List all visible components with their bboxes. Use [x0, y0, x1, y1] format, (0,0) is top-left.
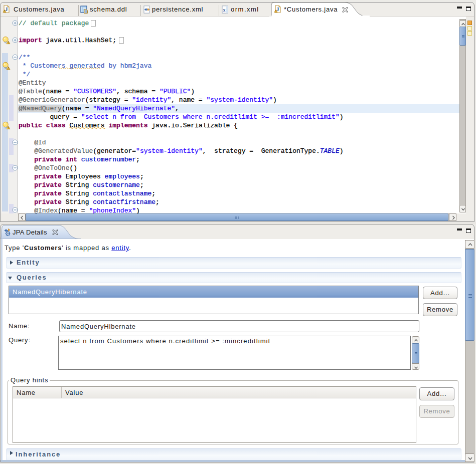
svg-text:x: x	[223, 7, 225, 13]
svg-text:!: !	[8, 41, 9, 44]
svg-text:!: !	[8, 67, 9, 70]
svg-text:!: !	[8, 126, 9, 129]
svg-text:!: !	[4, 10, 5, 13]
svg-text:!: !	[275, 10, 276, 13]
